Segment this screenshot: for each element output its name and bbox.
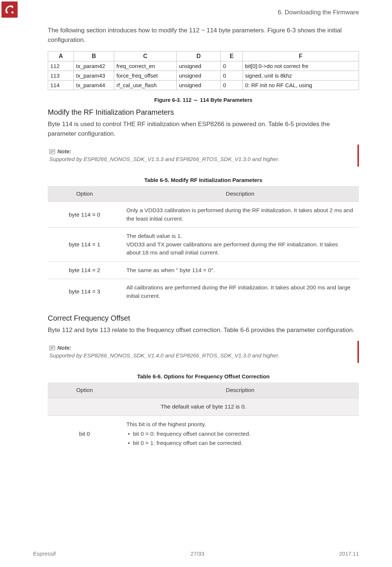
col-header-a: A: [48, 51, 74, 61]
svg-point-0: [11, 11, 14, 14]
note-title: Note:: [49, 345, 352, 351]
espressif-logo-icon: [4, 4, 15, 15]
page: 6. Downloading the Firmware The followin…: [0, 0, 392, 567]
figure-caption: Figure 6-3. 112 ～ 114 Byte Parameters: [48, 97, 359, 104]
table-row: byte 114 = 0 Only a VDD33 calibration is…: [48, 202, 359, 228]
cell: tx_param43: [74, 71, 114, 80]
cell: signed, unit is 8khz: [243, 71, 359, 80]
td-desc: This bit is of the highest priority. bit…: [121, 416, 359, 452]
note-block: Note: Supported by ESP8266_NONOS_SDK_V1.…: [48, 341, 359, 363]
td-desc: The default value is 1. VDD33 and TX pow…: [121, 228, 359, 261]
table-6-5: Option Description byte 114 = 0 Only a V…: [48, 186, 359, 304]
cell: 113: [48, 71, 74, 80]
table-6-6: Option Description The default value of …: [48, 382, 359, 452]
col-header-d: D: [177, 51, 221, 61]
cell: unsigned: [177, 61, 221, 71]
footer-right: 2017.11: [339, 550, 359, 557]
td-option: byte 114 = 3: [48, 279, 121, 304]
spreadsheet-figure: A B C D E F 112 tx_param42 freq_correct_…: [48, 51, 359, 90]
note-title: Note:: [49, 148, 352, 154]
note-title-text: Note:: [57, 345, 71, 351]
note-block: Note: Supported by ESP8266_NONOS_SDK_V1.…: [48, 145, 359, 167]
footer-center: 27/33: [190, 550, 204, 557]
cell: unsigned: [177, 80, 221, 90]
cell: 0: [221, 71, 243, 80]
cell: rf_cal_use_flash: [114, 80, 177, 90]
td-desc-line: This bit is of the highest priority.: [126, 421, 206, 427]
note-icon: [49, 149, 55, 154]
th-option: Option: [48, 186, 121, 202]
td-option: bit 0: [48, 416, 121, 452]
cell: 0: [221, 61, 243, 71]
td-option: byte 114 = 0: [48, 202, 121, 228]
td-subhead: The default value of byte 112 is 0.: [48, 398, 359, 416]
cell: 112: [48, 61, 74, 71]
chapter-title: 6. Downloading the Firmware: [278, 9, 359, 16]
cell: 0: [221, 80, 243, 90]
table-caption: Table 6-5. Modify RF Initialization Para…: [48, 177, 359, 183]
td-option: byte 114 = 1: [48, 228, 121, 261]
td-desc: Only a VDD33 calibration is performed du…: [121, 202, 359, 228]
spreadsheet-row: 112 tx_param42 freq_correct_en unsigned …: [48, 61, 359, 71]
bullet-item: bit 0 = 0: frequency offset cannot be co…: [126, 430, 354, 438]
td-option: byte 114 = 2: [48, 261, 121, 279]
th-option: Option: [48, 382, 121, 398]
footer-left: Espressif: [33, 550, 56, 557]
th-description: Description: [121, 382, 359, 398]
td-desc: The same as when " byte 114 = 0".: [121, 261, 359, 279]
brand-logo: [1, 1, 18, 18]
note-title-text: Note:: [57, 148, 71, 154]
cell: unsigned: [177, 71, 221, 80]
table-row: bit 0 This bit is of the highest priorit…: [48, 416, 359, 452]
page-footer: Espressif 27/33 2017.11: [0, 550, 392, 557]
section-paragraph: Byte 114 is used to control THE RF initi…: [48, 120, 359, 139]
table-caption: Table 6-6. Options for Frequency Offset …: [48, 373, 359, 379]
table-header-row: Option Description: [48, 186, 359, 202]
cell: 114: [48, 80, 74, 90]
table-subheader-row: The default value of byte 112 is 0.: [48, 398, 359, 416]
section-heading-freq-offset: Correct Frequency Offset: [48, 314, 359, 322]
td-desc: All calibrations are performed during th…: [121, 279, 359, 304]
col-header-c: C: [114, 51, 177, 61]
cell: freq_correct_en: [114, 61, 177, 71]
intro-paragraph: The following section introduces how to …: [48, 26, 359, 45]
note-body: Supported by ESP8266_NONOS_SDK_V1.4.0 an…: [49, 352, 352, 359]
note-body: Supported by ESP8266_NONOS_SDK_V1.5.3 an…: [49, 156, 352, 162]
bullet-list: bit 0 = 0: frequency offset cannot be co…: [126, 430, 354, 447]
table-row: byte 114 = 1 The default value is 1. VDD…: [48, 228, 359, 261]
cell: tx_param44: [74, 80, 114, 90]
note-icon: [49, 345, 55, 350]
cell: 0: RF init no RF CAL, using: [243, 80, 359, 90]
col-header-b: B: [74, 51, 114, 61]
cell: bit[0]:0->do not correct fre: [243, 61, 359, 71]
table-header-row: Option Description: [48, 382, 359, 398]
bullet-item: bit 0 = 1: frequency offset can be corre…: [126, 439, 354, 447]
spreadsheet-row: 114 tx_param44 rf_cal_use_flash unsigned…: [48, 80, 359, 90]
col-header-e: E: [221, 51, 243, 61]
section-heading-rf-init: Modify the RF Initialization Parameters: [48, 108, 359, 117]
spreadsheet-header-row: A B C D E F: [48, 51, 359, 61]
col-header-f: F: [243, 51, 359, 61]
table-row: byte 114 = 2 The same as when " byte 114…: [48, 261, 359, 279]
section-paragraph: Byte 112 and byte 113 relate to the freq…: [48, 325, 359, 335]
cell: tx_param42: [74, 61, 114, 71]
cell: force_freq_offset: [114, 71, 177, 80]
table-row: byte 114 = 3 All calibrations are perfor…: [48, 279, 359, 304]
th-description: Description: [121, 186, 359, 202]
spreadsheet-row: 113 tx_param43 force_freq_offset unsigne…: [48, 71, 359, 80]
